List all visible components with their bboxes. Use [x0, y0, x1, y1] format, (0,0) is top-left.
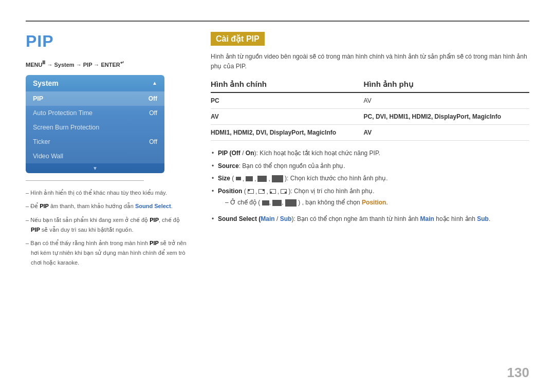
table-row: AV PC, DVI, HDMI1, HDMI2, DisplayPort, M… — [211, 109, 529, 125]
size-icons: , , , — [236, 174, 283, 184]
bullet-list: PIP (Off / On): Kích hoạt hoặc tắt kích … — [211, 148, 529, 197]
position-note: – Ở chế độ ( , , ) , bạn không thể chọn … — [211, 199, 529, 207]
system-menu-title: System ▲ — [26, 75, 164, 91]
pos-icon-tl — [248, 189, 254, 194]
table-row: PC AV — [211, 93, 529, 109]
row1-sub: AV — [364, 97, 529, 104]
mode-icon-3 — [285, 199, 297, 207]
size-icon-large — [257, 176, 267, 182]
menu-item-auto-protection[interactable]: Auto Protection Time Off — [26, 106, 164, 120]
menu-item-pip[interactable]: PIP Off — [26, 91, 164, 106]
bullet-list-2: Sound Select (Main / Sub): Bạn có thể ch… — [211, 214, 529, 224]
size-icon-xlarge — [272, 175, 283, 182]
section-title: Cài đặt PIP — [211, 32, 529, 52]
note-2: – Để PIP âm thanh, tham khảo hướng dẫn S… — [26, 201, 190, 211]
page-title: PIP — [26, 32, 190, 51]
note-3: – Nếu bạn tắt sản phẩm khi đang xem ở ch… — [26, 215, 190, 234]
top-divider — [26, 21, 529, 22]
bullet-sound-select: Sound Select (Main / Sub): Bạn có thể ch… — [211, 214, 529, 224]
system-menu-box: System ▲ PIP Off Auto Protection Time Of… — [26, 75, 164, 173]
bullet-pip: PIP (Off / On): Kích hoạt hoặc tắt kích … — [211, 148, 529, 158]
row3-sub: AV — [364, 129, 529, 136]
note-1: Hình ảnh hiển thị có thể khác nhau tùy t… — [26, 188, 190, 198]
right-column: Cài đặt PIP Hình ảnh từ nguồn video bên … — [211, 32, 529, 377]
row3-main: HDMI1, HDMI2, DVI, DisplayPort, MagicInf… — [211, 129, 364, 136]
menu-item-ticker[interactable]: Ticker Off — [26, 135, 164, 149]
size-icon-medium — [246, 176, 253, 181]
col-header-sub: Hình ảnh phụ — [364, 80, 529, 89]
mode-icon-2 — [272, 200, 282, 206]
table-header: Hình ảnh chính Hình ảnh phụ — [211, 80, 529, 93]
menu-item-video-wall[interactable]: Video Wall — [26, 149, 164, 163]
col-header-main: Hình ảnh chính — [211, 80, 364, 89]
pos-icon-bl — [270, 189, 276, 194]
size-icon-small — [236, 177, 241, 180]
menu-path: MENUⅢ → System → PIP → ENTER↵ — [26, 60, 190, 68]
row2-main: AV — [211, 113, 364, 120]
table-row: HDMI1, HDMI2, DVI, DisplayPort, MagicInf… — [211, 125, 529, 141]
bullet-size: Size ( , , , ): Chọn kích thước cho hình… — [211, 173, 529, 184]
left-notes: Hình ảnh hiển thị có thể khác nhau tùy t… — [26, 188, 190, 268]
left-divider — [26, 180, 144, 181]
bullet-source: Source: Bạn có thể chọn nguồn của ảnh ph… — [211, 161, 529, 171]
pos-icon-tr — [258, 189, 265, 194]
row2-sub: PC, DVI, HDMI1, HDMI2, DisplayPort, Magi… — [364, 113, 529, 120]
menu-item-screen-burn[interactable]: Screen Burn Protection — [26, 120, 164, 135]
left-column: PIP MENUⅢ → System → PIP → ENTER↵ System… — [26, 32, 190, 377]
section-description: Hình ảnh từ nguồn video bên ngoài sẽ có … — [211, 52, 529, 71]
row1-main: PC — [211, 97, 364, 104]
pos-icon-br — [281, 189, 287, 194]
arrow-down-icon: ▼ — [26, 163, 164, 173]
position-icons: , , , — [248, 186, 287, 197]
note-4: – Bạn có thể thấy rằng hình ảnh trong mà… — [26, 238, 190, 267]
bullet-position: Position ( , , , ): Chọn vị trí cho hình… — [211, 186, 529, 197]
page-number: 130 — [507, 365, 529, 381]
mode-icon-1 — [262, 200, 269, 206]
arrow-up-icon: ▲ — [152, 80, 157, 86]
